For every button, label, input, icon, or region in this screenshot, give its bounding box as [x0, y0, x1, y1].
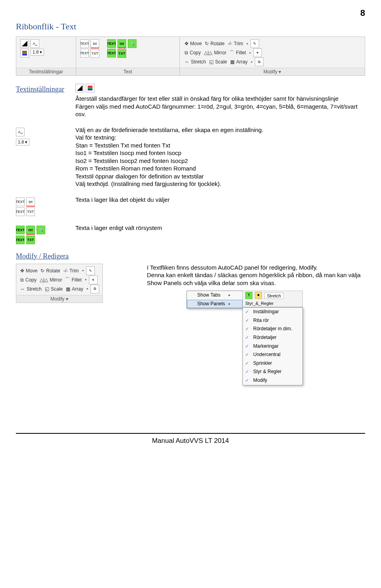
text-height-dropdown[interactable]: 1.8 ▾ [16, 139, 29, 146]
body-text: I Textfliken finns dessutom AutoCAD pane… [147, 264, 365, 287]
text-icon[interactable]: TEXT [80, 39, 89, 48]
erase-icon[interactable]: ✎ [86, 266, 95, 275]
txt-red-icon[interactable]: txt [26, 197, 35, 207]
rotate-button[interactable]: ↻Rotate [40, 268, 61, 274]
text-icon[interactable]: TEXT [80, 49, 89, 57]
cm-show-panels[interactable]: Show Panels▸ [187, 300, 242, 308]
sm-rordetaljer[interactable]: ✓Rördetaljer [243, 333, 302, 342]
move-button[interactable]: ✥Move [184, 40, 202, 47]
explode-icon[interactable]: ✶ [89, 276, 98, 284]
scale-button[interactable]: ◱Scale [44, 286, 64, 292]
svg-rect-6 [88, 87, 92, 89]
check-icon: ✓ [245, 318, 249, 323]
color-black-icon[interactable] [20, 39, 29, 48]
search-green-icon[interactable]: 🔍 [128, 39, 137, 48]
body-text: Återställ standardfärger för text eller … [75, 95, 365, 118]
txt-icon[interactable]: TXT [26, 207, 35, 216]
svg-rect-3 [22, 54, 27, 56]
page-title: Ribbonflik - Text [16, 21, 365, 32]
search-green-icon[interactable]: 🔍 [37, 226, 45, 234]
sm-markeringar[interactable]: ✓Markeringar [243, 342, 302, 351]
text-icon[interactable]: TEXT [16, 207, 25, 216]
svg-rect-5 [88, 86, 92, 87]
page-number: 8 [16, 8, 365, 18]
trim-icon: -/- [64, 268, 68, 274]
sm-installningar[interactable]: ✓Inställningar [243, 308, 302, 316]
check-icon: ✓ [245, 309, 249, 314]
fillet-icon: ⌒ [65, 276, 70, 283]
layers-colors-icon[interactable] [86, 84, 94, 92]
scale-icon: ◱ [209, 59, 214, 65]
footer: Manual AutoVVS LT 2014 [16, 433, 365, 445]
svg-marker-4 [77, 85, 83, 91]
copy-button[interactable]: ⧉Copy [19, 277, 37, 283]
mirror-button[interactable]: △|△Mirror [39, 277, 63, 283]
text-height-dropdown[interactable]: 1.8 ▾ [31, 49, 44, 56]
check-icon: ✓ [245, 326, 249, 331]
check-icon: ✓ [245, 352, 249, 357]
txt-green-icon[interactable]: TXT [117, 49, 126, 58]
mirror-icon: △|△ [40, 277, 48, 283]
sm-rordetaljer-m-dim[interactable]: ✓Rördetaljer m dim. [243, 325, 302, 333]
scale-button[interactable]: ◱Scale [208, 59, 228, 65]
move-button[interactable]: ✥Move [19, 268, 38, 274]
textstyle-icon[interactable]: A‿ [16, 128, 25, 136]
sm-sprinkler[interactable]: ✓Sprinkler [243, 359, 302, 368]
array-icon: ▦ [66, 286, 70, 292]
offset-icon[interactable]: ⧉ [90, 285, 99, 293]
panel-label: Modify ▾ [16, 295, 102, 303]
mirror-button[interactable]: △|△Mirror [203, 50, 227, 56]
sm-undercentral[interactable]: ✓Undercentral [243, 351, 302, 359]
sm-modify[interactable]: ✓Modify [243, 376, 302, 385]
sm-rita-ror[interactable]: ✓Rita rör [243, 316, 302, 325]
offset-icon[interactable]: ⧉ [255, 57, 264, 66]
text-icon[interactable]: TEXT [16, 197, 25, 206]
cm-show-tabs[interactable]: Show Tabs▸ [187, 291, 242, 300]
check-icon: ✓ [245, 343, 249, 349]
txt-green-red-icon[interactable]: txt [117, 39, 126, 48]
rotate-button[interactable]: ↻Rotate [204, 40, 225, 47]
txt-green-icon[interactable]: TXT [26, 236, 35, 244]
array-button[interactable]: ▦Array▾ [229, 59, 253, 65]
text-green-icon[interactable]: TEXT [16, 226, 25, 234]
check-icon: ✓ [245, 360, 249, 366]
tab-stretch[interactable]: Stretch [264, 293, 284, 299]
move-icon: ✥ [185, 41, 189, 46]
subheading-modify: Modify / Redigera [16, 252, 365, 260]
copy-button[interactable]: ⧉Copy [184, 50, 202, 56]
txt-green-red-icon[interactable]: txt [26, 226, 35, 235]
context-menu[interactable]: Show Tabs▸ Show Panels▸ [187, 291, 243, 308]
sub-menu[interactable]: ✓Inställningar ✓Rita rör ✓Rördetaljer m … [242, 307, 303, 385]
svg-marker-0 [22, 41, 27, 46]
tab-text-icon[interactable]: T [245, 292, 252, 299]
fillet-button[interactable]: ⌒Fillet▾ [229, 49, 251, 57]
text-green-icon[interactable]: TEXT [107, 39, 116, 48]
array-button[interactable]: ▦Array▾ [65, 286, 89, 292]
txt-red-icon[interactable]: txt [90, 39, 99, 48]
erase-icon[interactable]: ✎ [250, 39, 259, 48]
svg-rect-2 [22, 52, 27, 54]
color-black-icon[interactable] [75, 84, 84, 92]
copy-icon: ⧉ [185, 50, 188, 56]
tab-styr-regler: Styr_&_Regler [242, 300, 303, 307]
stretch-button[interactable]: ↔Stretch [19, 286, 42, 292]
panel-label: Textinställningar [16, 68, 76, 75]
explode-icon[interactable]: ✶ [253, 48, 262, 57]
panel-label: Modify ▾ [180, 68, 365, 75]
tab-icon[interactable]: ■ [255, 292, 262, 299]
trim-button[interactable]: -/-Trim▾ [63, 268, 85, 274]
fillet-button[interactable]: ⌒Fillet▾ [64, 276, 87, 283]
layers-colors-icon[interactable] [20, 49, 29, 57]
trim-button[interactable]: -/-Trim▾ [227, 40, 249, 47]
trim-icon: -/- [228, 41, 232, 46]
sm-styr-regler[interactable]: ✓Styr & Regler [243, 368, 302, 376]
text-green-icon[interactable]: TEXT [107, 49, 116, 57]
context-menu-screenshot: Show Tabs▸ Show Panels▸ T ■ Stretch Styr… [187, 291, 365, 385]
text-green-icon[interactable]: TEXT [16, 236, 25, 244]
scale-icon: ◱ [45, 286, 49, 292]
textstyle-icon[interactable]: A‿ [31, 39, 39, 48]
txt-icon[interactable]: TXT [90, 49, 99, 58]
stretch-button[interactable]: ↔Stretch [184, 59, 207, 65]
check-icon: ✓ [245, 335, 249, 340]
modify-panel: ✥Move ↻Rotate -/-Trim▾ ✎ ⧉Copy △|△Mirror… [16, 264, 103, 303]
